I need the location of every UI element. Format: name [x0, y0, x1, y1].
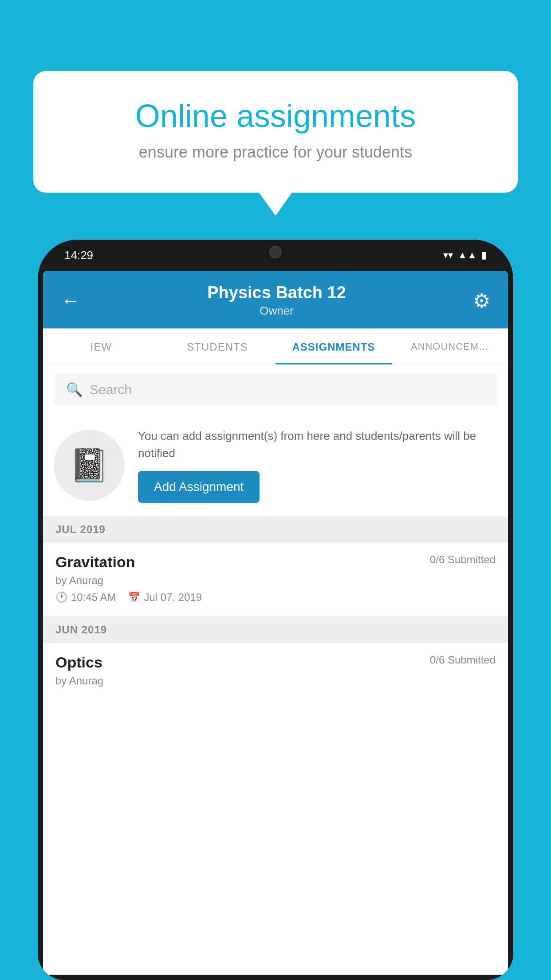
gravitation-by: by Anurag — [55, 574, 496, 587]
header-center: Physics Batch 12 Owner — [207, 283, 346, 318]
tab-students[interactable]: STUDENTS — [159, 328, 276, 364]
calendar-icon: 📅 — [128, 592, 140, 603]
gravitation-time-meta: 🕐 10:45 AM — [55, 591, 116, 604]
tab-announcements[interactable]: ANNOUNCEM… — [392, 328, 508, 364]
assignment-gravitation[interactable]: Gravitation 0/6 Submitted by Anurag 🕐 10… — [43, 543, 508, 616]
section-jul-2019: JUL 2019 — [43, 516, 508, 543]
status-icons: ▾▾ ▲▲ ▮ — [443, 249, 487, 261]
speech-bubble: Online assignments ensure more practice … — [33, 71, 518, 193]
clock-icon: 🕐 — [55, 592, 67, 603]
wifi-icon: ▾▾ — [443, 249, 453, 261]
status-time: 14:29 — [64, 249, 93, 262]
search-container: 🔍 Search — [43, 365, 508, 414]
assignment-optics[interactable]: Optics 0/6 Submitted by Anurag — [43, 643, 508, 687]
gravitation-submitted: 0/6 Submitted — [430, 553, 496, 566]
optics-title: Optics — [55, 654, 102, 671]
back-button[interactable]: ← — [61, 289, 80, 312]
promo-text: You can add assignment(s) from here and … — [138, 427, 497, 462]
speech-bubble-wrapper: Online assignments ensure more practice … — [33, 71, 518, 193]
tab-iew[interactable]: IEW — [43, 328, 159, 364]
gravitation-time: 10:45 AM — [71, 591, 116, 604]
app-header: ← Physics Batch 12 Owner ⚙ — [43, 271, 508, 328]
search-box[interactable]: 🔍 Search — [54, 374, 497, 405]
optics-by: by Anurag — [55, 675, 496, 687]
section-jun-label: JUN 2019 — [55, 624, 107, 636]
header-subtitle: Owner — [207, 304, 346, 318]
search-icon: 🔍 — [66, 382, 83, 397]
tabs-bar: IEW STUDENTS ASSIGNMENTS ANNOUNCEM… — [43, 328, 508, 365]
battery-icon: ▮ — [481, 249, 487, 261]
signal-icon: ▲▲ — [457, 249, 477, 261]
gravitation-meta: 🕐 10:45 AM 📅 Jul 07, 2019 — [55, 591, 496, 604]
add-assignment-button[interactable]: Add Assignment — [138, 471, 260, 503]
phone-camera — [269, 246, 282, 258]
search-placeholder: Search — [90, 382, 132, 397]
notebook-icon: 📓 — [69, 447, 109, 484]
tab-assignments[interactable]: ASSIGNMENTS — [276, 328, 392, 364]
phone-screen: ← Physics Batch 12 Owner ⚙ IEW STUDENTS … — [43, 271, 508, 975]
speech-bubble-title: Online assignments — [64, 98, 487, 134]
section-jun-2019: JUN 2019 — [43, 616, 508, 643]
gravitation-title: Gravitation — [55, 553, 135, 571]
promo-content: You can add assignment(s) from here and … — [138, 427, 497, 503]
phone-frame: 14:29 ▾▾ ▲▲ ▮ ← Physics Batch 12 Owner ⚙ — [38, 240, 513, 980]
settings-icon[interactable]: ⚙ — [473, 289, 490, 312]
speech-bubble-subtitle: ensure more practice for your students — [64, 143, 487, 162]
phone-top-bar: 14:29 ▾▾ ▲▲ ▮ — [38, 240, 513, 271]
promo-icon-circle: 📓 — [54, 430, 125, 501]
section-jul-label: JUL 2019 — [55, 523, 106, 535]
optics-submitted: 0/6 Submitted — [430, 654, 496, 671]
phone-notch — [240, 240, 311, 264]
gravitation-date-meta: 📅 Jul 07, 2019 — [128, 591, 202, 604]
gravitation-date: Jul 07, 2019 — [144, 591, 202, 604]
header-title: Physics Batch 12 — [207, 283, 346, 302]
promo-box: 📓 You can add assignment(s) from here an… — [43, 414, 508, 516]
